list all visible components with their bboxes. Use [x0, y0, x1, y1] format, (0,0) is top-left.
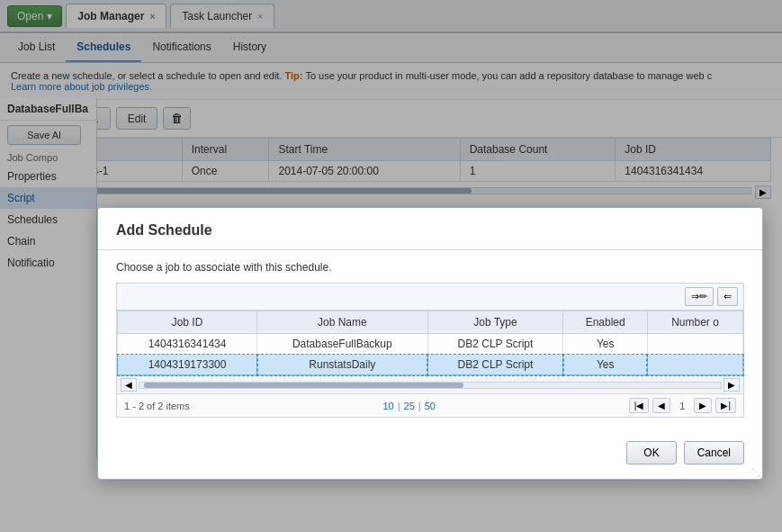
col-job-id: Job ID	[118, 311, 257, 334]
add-schedule-dialog: Add Schedule Choose a job to associate w…	[97, 207, 763, 480]
page-number: 1	[674, 399, 690, 413]
cell-job-name-1: DatabaseFullBackup	[257, 334, 428, 355]
col-job-type: Job Type	[427, 311, 563, 334]
cell-job-type-1: DB2 CLP Script	[427, 334, 563, 355]
cell-number-2	[647, 355, 742, 375]
page-first-btn[interactable]: |◀	[629, 398, 650, 413]
page-last-btn[interactable]: ▶|	[715, 398, 736, 413]
cell-job-name-2: RunstatsDaily	[257, 355, 428, 375]
jobs-table-row-selected[interactable]: 1404319173300 RunstatsDaily DB2 CLP Scri…	[118, 355, 743, 375]
dialog-items-count: 1 - 2 of 2 items	[124, 401, 190, 411]
dialog-table-area: ⇒✏ ⇐ Job ID Job Name Job Type Enabled	[116, 283, 744, 418]
ok-button[interactable]: OK	[626, 441, 676, 464]
col-number: Number o	[647, 311, 742, 334]
dialog-table-toolbar: ⇒✏ ⇐	[117, 284, 743, 311]
dialog-edit-icon-btn[interactable]: ⇒✏	[685, 287, 714, 306]
page-next-btn[interactable]: ▶	[694, 398, 712, 413]
inner-horizontal-scrollbar[interactable]	[139, 382, 722, 389]
dialog-title: Add Schedule	[98, 208, 762, 250]
dialog-edit-icon: ⇒✏	[691, 291, 707, 302]
col-enabled: Enabled	[563, 311, 648, 334]
cell-enabled-2: Yes	[563, 355, 648, 375]
per-page-50[interactable]: 50	[425, 401, 436, 411]
page-navigation: |◀ ◀ 1 ▶ ▶|	[629, 398, 736, 413]
cell-job-type-2: DB2 CLP Script	[427, 355, 563, 375]
inner-scroll-right-btn[interactable]: ▶	[724, 378, 740, 392]
jobs-table: Job ID Job Name Job Type Enabled Number …	[117, 311, 743, 375]
per-page-selector: 10 | 25 | 50	[382, 401, 435, 411]
dialog-pagination: 1 - 2 of 2 items 10 | 25 | 50 |◀ ◀ 1 ▶ ▶…	[117, 393, 743, 417]
cell-number-1	[647, 334, 742, 355]
cell-job-id-2: 1404319173300	[118, 355, 257, 375]
cell-job-id-1: 1404316341434	[118, 334, 257, 355]
resize-handle[interactable]: ⋱	[751, 468, 760, 477]
col-job-name: Job Name	[257, 311, 428, 334]
cell-enabled-1: Yes	[563, 334, 648, 355]
per-page-25[interactable]: 25	[404, 401, 415, 411]
cancel-button[interactable]: Cancel	[684, 441, 744, 464]
inner-scroll-left-btn[interactable]: ◀	[121, 378, 137, 392]
page-prev-btn[interactable]: ◀	[652, 398, 670, 413]
jobs-table-row[interactable]: 1404316341434 DatabaseFullBackup DB2 CLP…	[118, 334, 743, 355]
dialog-body: Choose a job to associate with this sche…	[98, 250, 762, 434]
dialog-description: Choose a job to associate with this sche…	[116, 261, 744, 274]
dialog-back-icon: ⇐	[724, 291, 732, 302]
dialog-back-icon-btn[interactable]: ⇐	[717, 287, 738, 306]
dialog-footer: OK Cancel	[98, 434, 762, 464]
per-page-10[interactable]: 10	[382, 401, 393, 411]
